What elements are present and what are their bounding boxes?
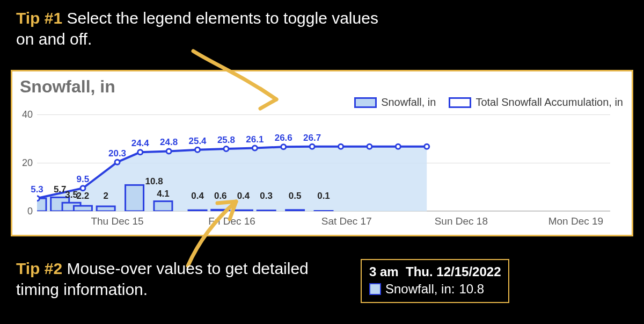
y-tick-label: 40 <box>22 109 33 120</box>
chart-panel: Snowfall, in Snowfall, in Total Snowfall… <box>11 70 633 236</box>
svg-point-21 <box>252 146 257 150</box>
line-data-label: 25.4 <box>188 136 206 147</box>
legend-swatch-filled-icon <box>354 97 377 108</box>
line-data-label: 26.7 <box>303 133 321 143</box>
x-tick-label: Fri Dec 16 <box>208 215 255 227</box>
line-data-label: 24.8 <box>160 137 178 148</box>
bar-data-label: 0.6 <box>214 191 227 201</box>
legend-label-snowfall: Snowfall, in <box>381 96 436 109</box>
svg-point-22 <box>281 145 286 149</box>
bar-data-label: 2.2 <box>77 191 90 201</box>
svg-point-25 <box>367 144 372 149</box>
line-data-label: 9.5 <box>77 174 90 185</box>
line-data-label: 26.6 <box>275 133 292 143</box>
svg-rect-12 <box>286 210 304 211</box>
bar-highlight-label: 10.8 <box>145 176 163 187</box>
svg-point-17 <box>138 150 143 155</box>
bar-data-label: 0.4 <box>237 191 250 201</box>
bar-data-label: 4.1 <box>157 189 170 199</box>
tooltip-time: 3 am <box>369 264 399 279</box>
svg-rect-7 <box>154 201 172 211</box>
x-tick-label: Sat Dec 17 <box>321 215 372 227</box>
tooltip-series: Snowfall, in: <box>385 282 455 297</box>
legend-swatch-hollow-icon <box>449 97 471 108</box>
legend-item-snowfall[interactable]: Snowfall, in <box>354 96 436 109</box>
svg-point-20 <box>224 146 229 151</box>
tip-2-label: Tip #2 <box>16 260 62 277</box>
svg-point-14 <box>37 196 40 201</box>
svg-point-26 <box>396 144 400 149</box>
x-tick-label: Mon Dec 19 <box>548 215 603 227</box>
bar-data-label: 0.1 <box>317 191 330 201</box>
bar-data-label: 0.3 <box>260 191 273 201</box>
line-data-label: 26.1 <box>246 134 264 145</box>
tooltip-box: 3 am Thu. 12/15/2022 Snowfall, in: 10.8 <box>361 259 509 303</box>
tooltip-date: Thu. 12/15/2022 <box>406 264 501 279</box>
svg-rect-8 <box>188 210 207 211</box>
bar-data-label: 0.4 <box>191 191 204 201</box>
y-tick-label: 0 <box>27 206 33 217</box>
svg-rect-10 <box>234 210 252 211</box>
svg-point-18 <box>166 149 171 154</box>
chart-plot-area[interactable]: 02040Thu Dec 15Fri Dec 16Sat Dec 17Sun D… <box>37 114 610 211</box>
svg-rect-4 <box>74 206 92 211</box>
line-data-label: 25.8 <box>217 135 235 146</box>
y-tick-label: 20 <box>22 157 33 169</box>
bar-data-label: 2 <box>103 191 108 201</box>
svg-point-16 <box>115 160 120 164</box>
bar-data-label: 5.7 <box>54 184 67 195</box>
bar-data-label: 3.5 <box>65 190 78 200</box>
gridline <box>37 211 610 212</box>
tip-1-text: Select the legend elements to toggle val… <box>16 9 378 48</box>
line-data-label: 20.3 <box>108 148 126 159</box>
chart-title: Snowfall, in <box>20 77 115 97</box>
svg-point-24 <box>339 144 343 149</box>
svg-point-19 <box>195 147 200 152</box>
tip-1-label: Tip #1 <box>16 9 62 27</box>
tip-2: Tip #2 Mouse-over values to get detailed… <box>16 258 349 300</box>
svg-point-23 <box>310 144 314 149</box>
x-tick-label: Thu Dec 15 <box>91 215 143 227</box>
svg-point-15 <box>80 186 85 191</box>
line-data-label: 24.4 <box>131 138 149 149</box>
line-data-label: 5.3 <box>31 184 43 195</box>
bar-data-label: 0.5 <box>289 191 302 201</box>
svg-rect-9 <box>211 210 230 211</box>
tooltip-value: 10.8 <box>459 282 484 297</box>
tip-1: Tip #1 Select the legend elements to tog… <box>16 8 392 49</box>
svg-rect-11 <box>257 211 275 211</box>
svg-point-27 <box>425 144 429 149</box>
svg-rect-6 <box>126 185 144 211</box>
x-tick-label: Sun Dec 18 <box>435 215 488 227</box>
tooltip-swatch-icon <box>369 283 381 295</box>
legend-item-accumulation[interactable]: Total Snowfall Accumulation, in <box>449 96 623 109</box>
legend-label-accumulation: Total Snowfall Accumulation, in <box>475 96 623 109</box>
svg-rect-5 <box>97 206 115 211</box>
chart-legend: Snowfall, in Total Snowfall Accumulation… <box>354 96 623 109</box>
